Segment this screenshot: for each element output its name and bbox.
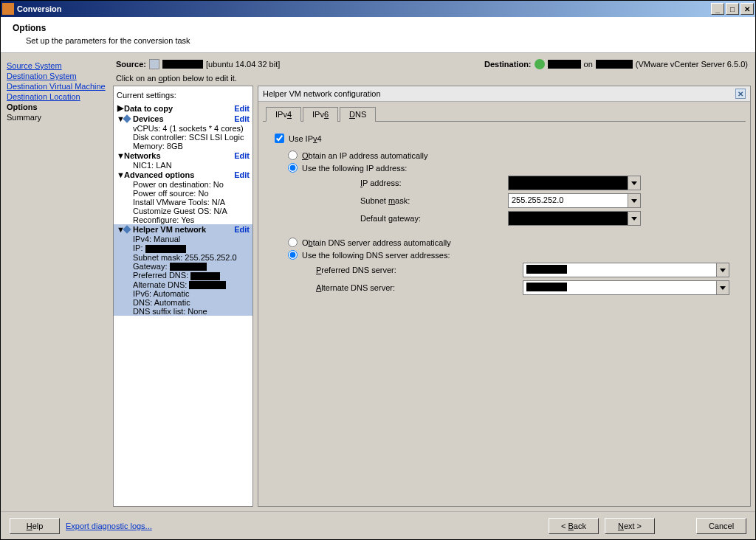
- use-ipv4-checkbox[interactable]: [275, 134, 284, 143]
- tree-disk-controller: Disk controller: SCSI LSI Logic: [117, 133, 250, 142]
- dropdown-button[interactable]: [628, 176, 640, 190]
- preferred-dns-value: [523, 263, 716, 277]
- step-destination-location[interactable]: Destination Location: [7, 91, 107, 102]
- hint-text: Click on an option below to edit it.: [113, 74, 751, 86]
- tab-ipv4[interactable]: IPv4: [266, 107, 301, 122]
- titlebar: Conversion _ □ ✕: [1, 1, 755, 17]
- detail-title: Helper VM network configuration: [263, 89, 735, 98]
- tree-gateway: Gateway:: [117, 262, 250, 271]
- export-logs-link[interactable]: Export diagnostic logs...: [66, 522, 152, 530]
- destination-product: (VMware vCenter Server 6.5.0): [636, 60, 748, 69]
- cancel-button[interactable]: Cancel: [696, 518, 746, 534]
- default-gateway-combo[interactable]: [508, 211, 641, 226]
- dropdown-button[interactable]: [628, 212, 640, 225]
- obtain-dns-label: Obtain DNS server address automatically: [302, 238, 451, 247]
- edit-link[interactable]: Edit: [234, 114, 250, 123]
- close-button[interactable]: ✕: [740, 3, 754, 15]
- tree-heading: Current settings:: [117, 91, 250, 100]
- wizard-footer: Help Export diagnostic logs... < Back Ne…: [1, 511, 755, 539]
- source-label: Source:: [116, 60, 146, 69]
- step-summary[interactable]: Summary: [7, 112, 107, 122]
- detail-title-bar: Helper VM network configuration ✕: [258, 86, 750, 102]
- caret-down-icon: ▼: [117, 151, 124, 160]
- source-destination-bar: Source: [ubuntu 14.04 32 bit] Destinatio…: [113, 58, 751, 74]
- settings-tree: Current settings: ▶ Data to copy Edit ▼ …: [113, 86, 253, 507]
- tree-dns-suffix: DNS suffix list: None: [117, 307, 250, 316]
- detail-panel: Helper VM network configuration ✕ IPv4 I…: [258, 86, 751, 507]
- edit-link[interactable]: Edit: [234, 151, 250, 160]
- tree-ipv4-mode: IPv4: Manual: [117, 235, 250, 243]
- preferred-dns-label: Preferred DNS server:: [316, 266, 449, 274]
- window-title: Conversion: [17, 4, 711, 13]
- help-button[interactable]: Help: [10, 518, 60, 534]
- subnet-mask-combo[interactable]: 255.255.252.0: [508, 193, 641, 208]
- tree-reconfigure: Reconfigure: Yes: [117, 215, 250, 224]
- caret-down-icon: ▼: [117, 170, 124, 179]
- tab-ipv4-body: Use IPv4 Obtain an IP address automatica…: [263, 121, 746, 502]
- tree-customize: Customize Guest OS: N/A: [117, 207, 250, 215]
- step-destination-system[interactable]: Destination System: [7, 71, 107, 81]
- subnet-mask-value: 255.255.252.0: [509, 194, 628, 207]
- use-dns-label: Use the following DNS server addresses:: [302, 251, 450, 260]
- tree-nic1: NIC1: LAN: [117, 161, 250, 170]
- tree-networks[interactable]: ▼ Networks Edit: [117, 150, 250, 161]
- edit-link[interactable]: Edit: [234, 225, 250, 234]
- ip-address-value-redacted: [509, 176, 628, 190]
- tree-pref-dns: Preferred DNS:: [117, 271, 250, 280]
- subnet-mask-label: Subnet mask:: [316, 196, 508, 205]
- default-gateway-value-redacted: [509, 212, 628, 225]
- alternate-dns-label: Alternate DNS server:: [316, 283, 449, 292]
- tab-ipv6[interactable]: IPv6: [303, 107, 338, 122]
- tree-data-to-copy[interactable]: ▶ Data to copy Edit: [117, 103, 250, 114]
- default-gateway-label: Default gateway:: [316, 214, 508, 223]
- dest-on: on: [584, 60, 593, 69]
- detail-close-button[interactable]: ✕: [735, 89, 746, 99]
- preferred-dns-combo[interactable]: [523, 263, 729, 277]
- tree-power-off: Power off source: No: [117, 189, 250, 198]
- next-button[interactable]: Next >: [605, 518, 655, 534]
- dropdown-button[interactable]: [628, 194, 640, 207]
- wizard-steps: Source System Destination System Destina…: [5, 58, 109, 507]
- use-dns-radio[interactable]: [288, 250, 298, 260]
- ip-address-combo[interactable]: [508, 176, 641, 190]
- minimize-button[interactable]: _: [711, 3, 724, 15]
- tab-dns[interactable]: DNS: [340, 107, 376, 122]
- obtain-dns-radio[interactable]: [288, 238, 298, 247]
- source-suffix: [ubuntu 14.04 32 bit]: [206, 60, 280, 69]
- tree-subnet: Subnet mask: 255.255.252.0: [117, 253, 250, 262]
- use-ipv4-label: Use IPv4: [289, 134, 322, 143]
- tree-alt-dns: Alternate DNS:: [117, 280, 250, 290]
- tree-devices[interactable]: ▼ Devices Edit: [117, 114, 250, 124]
- step-destination-vm[interactable]: Destination Virtual Machine: [7, 81, 107, 91]
- destination-label: Destination:: [484, 60, 532, 69]
- tree-power-on: Power on destination: No: [117, 180, 250, 189]
- obtain-ip-label: Obtain an IP address automatically: [302, 151, 427, 160]
- tree-ipv6-mode: IPv6: Automatic: [117, 289, 250, 298]
- destination-icon: [535, 59, 545, 69]
- source-name-redacted: [162, 60, 203, 69]
- dropdown-button[interactable]: [716, 263, 729, 277]
- destination-host-redacted: [596, 60, 633, 69]
- step-options[interactable]: Options: [7, 102, 107, 112]
- step-source-system[interactable]: Source System: [7, 60, 107, 71]
- maximize-button[interactable]: □: [726, 3, 739, 15]
- edit-link[interactable]: Edit: [234, 104, 250, 113]
- tree-vcpus: vCPUs: 4 (1 sockets * 4 cores): [117, 124, 250, 133]
- tree-helper-vm-network[interactable]: ▼ Helper VM network Edit: [117, 224, 250, 235]
- caret-right-icon: ▶: [117, 103, 124, 113]
- use-ip-radio[interactable]: [288, 163, 298, 173]
- destination-name-redacted: [548, 60, 581, 69]
- obtain-ip-radio[interactable]: [288, 150, 298, 160]
- alternate-dns-combo[interactable]: [523, 280, 729, 295]
- tree-install-tools: Install VMware Tools: N/A: [117, 198, 250, 207]
- dropdown-button[interactable]: [716, 281, 729, 294]
- page-subtitle: Set up the parameters for the conversion…: [26, 36, 743, 45]
- source-icon: [149, 59, 159, 69]
- tree-advanced[interactable]: ▼ Advanced options Edit: [117, 170, 250, 180]
- back-button[interactable]: < Back: [549, 518, 599, 534]
- conversion-window: Conversion _ □ ✕ Options Set up the para…: [0, 0, 756, 540]
- tree-ip: IP:: [117, 243, 250, 253]
- app-icon: [2, 3, 14, 15]
- wizard-header: Options Set up the parameters for the co…: [1, 17, 755, 53]
- edit-link[interactable]: Edit: [234, 170, 250, 179]
